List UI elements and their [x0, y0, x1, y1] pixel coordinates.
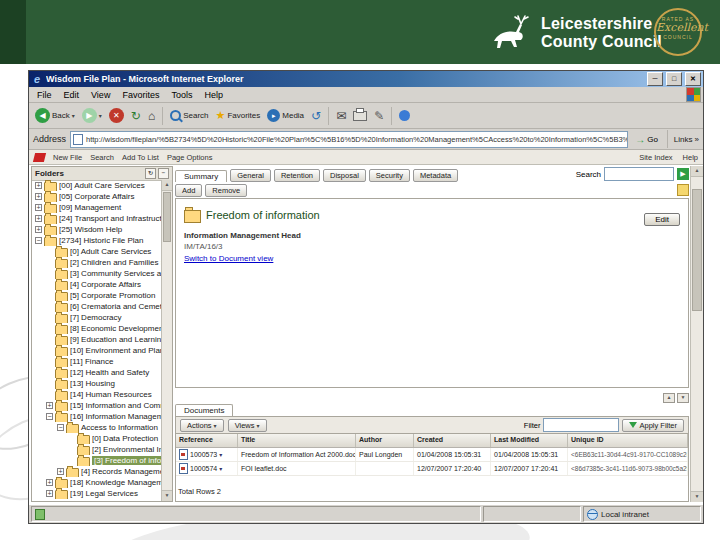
row-actions-icon[interactable]: ▾ — [219, 465, 222, 472]
document-title[interactable]: Freedom of Information Act 2000.doc — [238, 448, 356, 461]
tree-item[interactable]: [6] Crematoria and Cemeteries — [32, 301, 162, 312]
tree-expander-icon[interactable]: + — [57, 468, 64, 475]
refresh-button[interactable]: ↻ — [129, 109, 143, 123]
tree-expander-icon[interactable]: − — [35, 237, 42, 244]
column-header[interactable]: Created — [414, 434, 491, 447]
tree-item[interactable]: [13] Housing — [32, 378, 162, 389]
summary-action-button[interactable]: General — [230, 169, 271, 182]
column-header[interactable]: Unique ID — [568, 434, 688, 447]
tree-expander-icon[interactable]: + — [35, 193, 42, 200]
tree-item[interactable]: + [24] Transport and Infrastructure — [32, 213, 162, 224]
tree-expander-icon[interactable]: + — [35, 226, 42, 233]
edit-page-button[interactable]: ✎ — [372, 109, 386, 123]
views-button[interactable]: Views ▾ — [228, 419, 267, 432]
tree-item[interactable]: − [16] Information Management — [32, 411, 162, 422]
summary-action-button[interactable]: Retention — [274, 169, 320, 182]
app-toolbar-link[interactable]: New File — [53, 153, 82, 162]
edit-button[interactable]: Edit — [644, 213, 680, 226]
tree-expander-icon[interactable]: + — [35, 204, 42, 211]
summary-action-button[interactable]: Security — [369, 169, 410, 182]
mail-button[interactable]: ✉ — [334, 109, 348, 123]
tree-item[interactable]: [3] Community Services and Heritage — [32, 268, 162, 279]
menu-item[interactable]: Tools — [165, 89, 198, 101]
menu-item[interactable]: Favorites — [116, 89, 165, 101]
tree-item[interactable]: [9] Education and Learning — [32, 334, 162, 345]
tree-expander-icon[interactable]: + — [46, 490, 53, 497]
tree-item[interactable]: [7] Democracy — [32, 312, 162, 323]
refresh-tree-icon[interactable]: ↻ — [145, 168, 156, 179]
tree-item[interactable]: + [4] Records Management — [32, 466, 162, 477]
maximize-button[interactable]: □ — [666, 72, 682, 86]
tree-item[interactable]: + [15] Information and Communications — [32, 400, 162, 411]
tree-item[interactable]: − [2734] Historic File Plan — [32, 235, 162, 246]
address-input[interactable]: http://wisdom/fileplan/%5B2734%5D%20Hist… — [70, 131, 628, 148]
tree-item[interactable]: [4] Corporate Affairs — [32, 279, 162, 290]
column-header[interactable]: Author — [356, 434, 414, 447]
app-toolbar-link[interactable]: Page Options — [167, 153, 212, 162]
tree-expander-icon[interactable]: − — [46, 413, 53, 420]
go-button[interactable]: → Go — [632, 133, 661, 146]
tree-item[interactable]: + [19] Legal Services — [32, 488, 162, 499]
scroll-down-icon[interactable]: ▼ — [162, 490, 172, 501]
tree-item[interactable]: + [00] Adult Care Services — [32, 180, 162, 191]
home-button[interactable]: ⌂ — [146, 109, 157, 123]
tree-expander-icon[interactable]: + — [35, 182, 42, 189]
scrollbar-thumb[interactable] — [163, 192, 171, 242]
collapse-panel-icon[interactable]: ▲ — [663, 393, 675, 403]
collapse-tree-icon[interactable]: − — [158, 168, 169, 179]
search-button[interactable]: Search — [168, 109, 210, 122]
tree-item[interactable]: + [25] Wisdom Help — [32, 224, 162, 235]
summary-action-button[interactable]: Disposal — [323, 169, 366, 182]
menu-item[interactable]: Help — [198, 89, 229, 101]
tree-expander-icon[interactable]: + — [35, 215, 42, 222]
app-toolbar-link[interactable]: Search — [90, 153, 114, 162]
column-header[interactable]: Title — [238, 434, 356, 447]
tree-item[interactable]: [3] Freedom of information — [32, 455, 162, 466]
tree-expander-icon[interactable]: − — [57, 424, 64, 431]
menu-item[interactable]: View — [85, 89, 116, 101]
folder-edit-button[interactable]: Remove — [205, 184, 247, 197]
favorites-button[interactable]: ★ Favorites — [214, 108, 263, 123]
scrollbar-thumb[interactable] — [692, 189, 702, 311]
tree-item[interactable]: [12] Health and Safety — [32, 367, 162, 378]
tree-item[interactable]: + [09] Management — [32, 202, 162, 213]
actions-button[interactable]: Actions ▾ — [180, 419, 224, 432]
title-bar[interactable]: e Wisdom File Plan - Microsoft Internet … — [29, 71, 703, 87]
tree-item[interactable]: [2] Environmental Information Regulation… — [32, 444, 162, 455]
table-row[interactable]: 1000573 ▾ Freedom of Information Act 200… — [176, 448, 688, 462]
stop-button[interactable]: ✕ — [107, 107, 126, 124]
forward-button[interactable]: ▶ ▾ — [80, 107, 104, 124]
tree-item[interactable]: + [18] Knowledge Management — [32, 477, 162, 488]
menu-item[interactable]: File — [31, 89, 58, 101]
expand-panel-icon[interactable]: ▼ — [677, 393, 689, 403]
summary-action-button[interactable]: Metadata — [413, 169, 458, 182]
column-header[interactable]: Last Modified — [491, 434, 568, 447]
tree-item[interactable]: [0] Data Protection — [32, 433, 162, 444]
note-icon[interactable] — [677, 184, 689, 196]
tree-expander-icon[interactable]: + — [46, 402, 53, 409]
row-actions-icon[interactable]: ▾ — [219, 451, 222, 458]
apply-filter-button[interactable]: Apply Filter — [622, 419, 684, 432]
tree-item[interactable]: [11] Finance — [32, 356, 162, 367]
forward-dropdown-icon[interactable]: ▾ — [99, 112, 102, 119]
scroll-up-icon[interactable]: ▲ — [691, 166, 703, 177]
back-dropdown-icon[interactable]: ▾ — [72, 112, 75, 119]
tab-documents[interactable]: Documents — [175, 404, 233, 416]
discuss-button[interactable] — [397, 109, 412, 122]
menu-item[interactable]: Edit — [58, 89, 86, 101]
close-button[interactable]: ✕ — [685, 72, 701, 86]
app-toolbar-link[interactable]: Help — [683, 153, 698, 162]
links-menu[interactable]: Links » — [674, 135, 699, 144]
tab-summary[interactable]: Summary — [175, 170, 227, 182]
tree-scrollbar[interactable]: ▲ ▼ — [161, 180, 172, 501]
page-scrollbar[interactable]: ▲ ▼ — [690, 166, 703, 502]
folder-search-input[interactable] — [604, 167, 674, 181]
document-title[interactable]: FOI leaflet.doc — [238, 462, 356, 475]
tree-item[interactable]: + [05] Corporate Affairs — [32, 191, 162, 202]
tree-expander-icon[interactable]: + — [46, 479, 53, 486]
tree-item[interactable]: [2] Children and Families Services — [32, 257, 162, 268]
media-button[interactable]: ▸ Media — [265, 108, 306, 123]
tree-item[interactable]: [8] Economic Development — [32, 323, 162, 334]
scroll-up-icon[interactable]: ▲ — [162, 180, 172, 191]
switch-view-link[interactable]: Switch to Document view — [184, 254, 680, 263]
